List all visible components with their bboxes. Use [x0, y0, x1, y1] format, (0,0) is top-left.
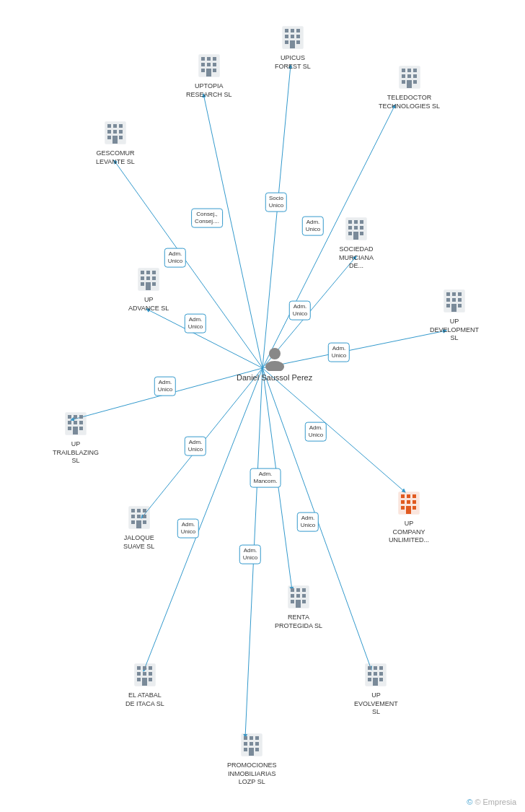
role-badge-b4: Adm. Unico — [164, 248, 186, 268]
svg-rect-114 — [412, 506, 416, 510]
svg-rect-27 — [201, 57, 205, 61]
role-badge-b7: Adm. Unico — [185, 314, 206, 333]
svg-rect-155 — [249, 748, 254, 756]
svg-rect-31 — [207, 63, 211, 66]
svg-rect-108 — [407, 494, 410, 498]
svg-rect-150 — [244, 742, 247, 746]
svg-rect-101 — [137, 515, 141, 518]
svg-rect-28 — [207, 57, 211, 61]
building-icon-sociedad — [345, 217, 368, 244]
svg-rect-143 — [368, 678, 371, 681]
role-badge-b10: Adm. Unico — [185, 437, 206, 456]
svg-rect-121 — [143, 672, 146, 676]
svg-rect-82 — [458, 298, 462, 302]
svg-line-2 — [114, 160, 262, 368]
company-node-el_atabal[interactable]: EL ATABAL DE ITACA SL — [125, 663, 164, 708]
building-icon-uptopia — [198, 53, 221, 81]
svg-rect-140 — [368, 672, 371, 676]
svg-rect-41 — [113, 130, 117, 134]
svg-rect-129 — [302, 588, 306, 592]
svg-rect-97 — [131, 509, 135, 512]
building-icon-up_advance — [137, 267, 160, 294]
svg-rect-29 — [213, 57, 216, 61]
svg-rect-110 — [401, 500, 405, 504]
svg-rect-61 — [354, 226, 358, 230]
svg-rect-80 — [446, 298, 450, 302]
svg-rect-117 — [137, 666, 141, 670]
svg-rect-52 — [413, 74, 417, 78]
svg-rect-53 — [402, 80, 405, 84]
svg-rect-144 — [379, 678, 383, 681]
role-badge-b13: Adm. Unico — [177, 519, 199, 538]
svg-line-3 — [262, 105, 395, 368]
building-icon-up_company — [397, 491, 420, 518]
svg-rect-90 — [68, 421, 71, 424]
company-node-upicus[interactable]: UPICUS FOREST SL — [275, 25, 311, 71]
company-node-gescomur[interactable]: GESCOMUR LEVANTE SL — [96, 121, 135, 166]
company-node-up_development[interactable]: UP DEVELOPMENT SL — [430, 289, 479, 343]
role-badge-b12: Adm. Unico — [297, 512, 319, 532]
svg-rect-128 — [296, 588, 300, 592]
company-label-teledoctor: TELEDOCTOR TECHNOLOGIES SL — [379, 94, 440, 110]
svg-rect-81 — [452, 298, 456, 302]
company-node-renta[interactable]: RENTA PROTEGIDA SL — [275, 585, 322, 630]
building-icon-jaloque — [128, 505, 151, 533]
svg-rect-74 — [152, 282, 156, 286]
company-node-up_evolvement[interactable]: UP EVOLVEMENT SL — [354, 663, 398, 717]
svg-rect-151 — [250, 742, 253, 746]
company-node-up_trailblazing[interactable]: UP TRAILBLAZING SL — [53, 411, 99, 466]
company-node-up_advance[interactable]: UP ADVANCE SL — [128, 267, 169, 313]
svg-line-10 — [144, 368, 262, 671]
company-node-promociones[interactable]: PROMOCIONES INMOBILIARIAS LOZP SL — [227, 733, 277, 787]
building-icon-up_evolvement — [364, 663, 387, 690]
svg-rect-47 — [402, 69, 405, 72]
svg-rect-103 — [131, 520, 135, 524]
network-lines — [0, 0, 525, 812]
svg-rect-134 — [302, 600, 306, 603]
svg-rect-35 — [206, 69, 211, 77]
svg-rect-124 — [149, 678, 152, 681]
svg-rect-137 — [368, 666, 371, 670]
svg-rect-119 — [149, 666, 152, 670]
role-badge-b2: Socio Unico — [265, 193, 287, 212]
svg-rect-84 — [458, 304, 462, 307]
svg-rect-19 — [296, 29, 300, 32]
svg-point-15 — [265, 361, 284, 371]
svg-rect-69 — [152, 271, 156, 274]
company-label-up_evolvement: UP EVOLVEMENT SL — [354, 691, 398, 717]
svg-rect-59 — [360, 220, 363, 224]
svg-rect-55 — [407, 80, 412, 88]
svg-rect-147 — [244, 736, 247, 740]
company-node-jaloque[interactable]: JALOQUE SUAVE SL — [123, 505, 154, 551]
role-badge-b1: Consej., Consej.... — [191, 209, 223, 228]
svg-rect-83 — [446, 304, 450, 307]
svg-rect-153 — [244, 748, 247, 751]
svg-rect-40 — [107, 130, 111, 134]
building-icon-up_trailblazing — [64, 411, 87, 439]
svg-rect-54 — [413, 80, 417, 84]
svg-rect-100 — [131, 515, 135, 518]
svg-line-0 — [262, 65, 291, 368]
role-badge-b5: Adm. Unico — [289, 301, 311, 320]
center-person-label: Daniel Saussol Perez — [237, 372, 312, 383]
svg-rect-118 — [143, 666, 146, 670]
company-label-up_company: UP COMPANY UNLIMITED... — [389, 520, 429, 545]
svg-rect-65 — [353, 232, 358, 240]
company-node-sociedad[interactable]: SOCIEDAD MURCIANA DE... — [339, 217, 374, 271]
diagram-container: Daniel Saussol Perez © © Empresia UPICUS… — [0, 0, 525, 812]
company-label-upicus: UPICUS FOREST SL — [275, 54, 311, 71]
company-label-up_advance: UP ADVANCE SL — [128, 296, 169, 313]
building-icon-renta — [287, 585, 310, 612]
svg-rect-78 — [452, 292, 456, 296]
svg-rect-73 — [141, 282, 144, 286]
svg-rect-22 — [296, 35, 300, 38]
company-node-teledoctor[interactable]: TELEDOCTOR TECHNOLOGIES SL — [379, 65, 440, 110]
svg-rect-58 — [354, 220, 358, 224]
company-node-up_company[interactable]: UP COMPANY UNLIMITED... — [389, 491, 429, 545]
svg-rect-70 — [141, 276, 144, 280]
svg-rect-34 — [213, 69, 216, 72]
svg-rect-18 — [291, 29, 294, 32]
svg-rect-98 — [137, 509, 141, 512]
company-node-uptopia[interactable]: UPTOPIA RESEARCH SL — [186, 53, 232, 99]
svg-rect-43 — [107, 136, 111, 139]
